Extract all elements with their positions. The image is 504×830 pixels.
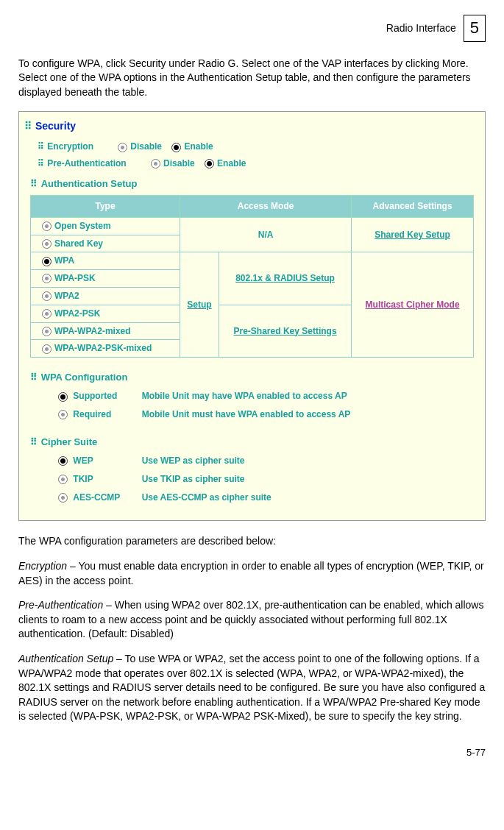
bullet-icon: ⠿	[38, 158, 43, 169]
cipher-wep-label: WEP	[73, 455, 139, 467]
page-header: Radio Interface 5	[18, 15, 486, 42]
preauth-para-label: Pre-Authentication	[18, 599, 103, 611]
preauth-disable-radio[interactable]	[151, 159, 160, 169]
security-screenshot: ⠿ Security ⠿ Encryption Disable Enable ⠿…	[18, 111, 486, 522]
wpa-config-label: WPA Configuration	[41, 372, 128, 383]
preauth-label: Pre-Authentication	[47, 158, 126, 169]
desc-intro: The WPA configuration parameters are des…	[18, 534, 486, 549]
table-row: Open System N/A Shared Key Setup	[31, 217, 474, 235]
wpa-psk-radio[interactable]	[42, 274, 52, 283]
authsetup-paragraph: Authentication Setup – To use WPA or WPA…	[18, 652, 486, 724]
encryption-disable-label: Disable	[130, 141, 162, 152]
wpa2-radio[interactable]	[42, 291, 52, 301]
encryption-para-label: Encryption	[18, 560, 67, 572]
chapter-number: 5	[464, 15, 486, 42]
preauth-row: ⠿ Pre-Authentication Disable Enable	[38, 157, 474, 170]
open-system-radio[interactable]	[42, 221, 52, 231]
type-wpa2-psk: WPA2-PSK	[31, 305, 180, 322]
wpa-wpa2-mixed-radio[interactable]	[42, 327, 52, 336]
wpa-radio[interactable]	[42, 257, 52, 266]
intro-paragraph: To configure WPA, click Security under R…	[18, 57, 486, 100]
cipher-tkip-label: TKIP	[73, 473, 139, 486]
type-label: WPA2-PSK	[54, 308, 100, 319]
table-row: WPA Setup 802.1x & RADIUS Setup Multicas…	[31, 252, 474, 270]
type-label: WPA-WPA2-PSK-mixed	[54, 343, 152, 353]
security-heading: ⠿ Security	[24, 119, 474, 134]
cipher-tkip-row: TKIP Use TKIP as cipher suite	[51, 473, 474, 486]
bullet-icon: ⠿	[30, 178, 37, 189]
type-label: WPA2	[54, 291, 79, 301]
encryption-label: Encryption	[47, 141, 93, 152]
col-adv-settings: Advanced Settings	[352, 195, 474, 217]
cipher-aes-row: AES-CCMP Use AES-CCMP as cipher suite	[51, 492, 474, 504]
bullet-icon: ⠿	[30, 436, 37, 447]
wpa-supported-desc: Mobile Unit may have WPA enabled to acce…	[142, 391, 347, 401]
wpa-required-row: Required Mobile Unit must have WPA enabl…	[51, 408, 474, 421]
authsetup-heading: ⠿ Authentication Setup	[30, 177, 474, 191]
wpa-wpa2-psk-mixed-radio[interactable]	[42, 344, 52, 354]
preauth-enable-label: Enable	[217, 158, 246, 169]
cipher-aes-desc: Use AES-CCMP as cipher suite	[142, 492, 271, 503]
bullet-icon: ⠿	[30, 372, 37, 383]
cipher-tkip-desc: Use TKIP as cipher suite	[142, 474, 245, 484]
na-cell: N/A	[180, 217, 352, 252]
multicast-link[interactable]: Multicast Cipher Mode	[352, 252, 474, 358]
col-type: Type	[31, 195, 180, 217]
type-open-system: Open System	[31, 217, 180, 235]
psk-settings-link[interactable]: Pre-Shared Key Settings	[219, 305, 351, 357]
radius-setup-link[interactable]: 802.1x & RADIUS Setup	[219, 252, 351, 305]
type-label: WPA-PSK	[54, 273, 96, 283]
bullet-icon: ⠿	[38, 141, 43, 152]
cipher-wep-radio[interactable]	[58, 456, 68, 466]
cipher-aes-radio[interactable]	[58, 493, 68, 503]
encryption-row: ⠿ Encryption Disable Enable	[38, 141, 474, 153]
type-wpa-psk: WPA-PSK	[31, 270, 180, 288]
preauth-disable-label: Disable	[163, 158, 195, 169]
encryption-paragraph: Encryption – You must enable data encryp…	[18, 559, 486, 588]
wpa2-psk-radio[interactable]	[42, 309, 52, 319]
preauth-paragraph: Pre-Authentication – When using WPA2 ove…	[18, 598, 486, 642]
type-label: Open System	[54, 221, 111, 231]
wpa-required-label: Required	[73, 408, 139, 421]
preauth-enable-radio[interactable]	[205, 159, 214, 169]
shared-key-setup-link[interactable]: Shared Key Setup	[352, 217, 474, 252]
encryption-enable-label: Enable	[184, 141, 213, 152]
cipher-wep-desc: Use WEP as cipher suite	[142, 455, 245, 466]
type-label: WPA-WPA2-mixed	[54, 326, 131, 336]
cipher-aes-label: AES-CCMP	[73, 492, 139, 504]
wpa-required-radio[interactable]	[58, 410, 68, 419]
type-wpa2: WPA2	[31, 287, 180, 305]
type-shared-key: Shared Key	[31, 235, 180, 252]
type-wpa: WPA	[31, 252, 180, 270]
security-heading-text: Security	[35, 120, 76, 132]
setup-link[interactable]: Setup	[180, 252, 219, 358]
authsetup-para-label: Authentication Setup	[18, 653, 113, 664]
shared-key-radio[interactable]	[42, 239, 52, 249]
cipher-heading: ⠿ Cipher Suite	[30, 436, 474, 449]
bullet-icon: ⠿	[24, 120, 31, 132]
wpa-supported-radio[interactable]	[58, 392, 68, 402]
wpa-supported-row: Supported Mobile Unit may have WPA enabl…	[51, 390, 474, 402]
type-label: WPA	[54, 255, 74, 266]
type-wpa-wpa2-mixed: WPA-WPA2-mixed	[31, 322, 180, 340]
encryption-para-text: – You must enable data encryption in ord…	[18, 560, 484, 586]
encryption-enable-radio[interactable]	[171, 143, 181, 152]
type-label: Shared Key	[54, 238, 103, 249]
header-title: Radio Interface	[386, 21, 456, 36]
table-header-row: Type Access Mode Advanced Settings	[31, 195, 474, 217]
authsetup-label: Authentication Setup	[41, 178, 138, 189]
cipher-tkip-radio[interactable]	[58, 475, 68, 484]
wpa-supported-label: Supported	[73, 390, 139, 402]
col-access-mode: Access Mode	[180, 195, 352, 217]
cipher-label: Cipher Suite	[41, 436, 98, 447]
wpa-config-heading: ⠿ WPA Configuration	[30, 371, 474, 384]
auth-setup-table: Type Access Mode Advanced Settings Open …	[30, 195, 474, 358]
type-wpa-wpa2-psk-mixed: WPA-WPA2-PSK-mixed	[31, 340, 180, 358]
encryption-disable-radio[interactable]	[118, 143, 127, 152]
page-number: 5-77	[18, 746, 486, 759]
cipher-wep-row: WEP Use WEP as cipher suite	[51, 455, 474, 467]
wpa-required-desc: Mobile Unit must have WPA enabled to acc…	[142, 409, 351, 419]
